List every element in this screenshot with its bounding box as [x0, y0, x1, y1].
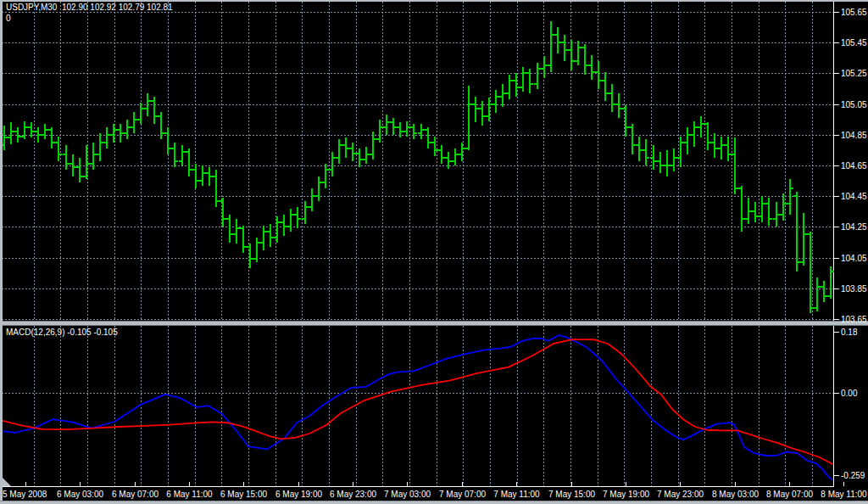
time-axis-label: 7 May 23:00 — [657, 490, 704, 500]
price-axis-label: 103.65 — [841, 315, 867, 325]
price-axis-label: 105.65 — [841, 8, 867, 18]
price-axis-label: 104.65 — [841, 161, 867, 171]
time-axis-label: 8 May 11:00 — [821, 490, 866, 500]
price-axis-label: 104.05 — [841, 254, 867, 264]
macd-axis[interactable] — [834, 326, 868, 486]
time-axis-label: 6 May 23:00 — [330, 490, 376, 500]
macd-line — [0, 335, 832, 479]
price-axis-label: 105.05 — [841, 100, 867, 110]
window-border-left — [0, 0, 3, 504]
time-axis-label: 8 May 07:00 — [766, 490, 813, 500]
price-axis-label: 104.85 — [841, 131, 867, 141]
time-axis-corner-wedge — [3, 478, 11, 486]
macd-axis-label: -0.259 — [841, 471, 865, 481]
time-axis-label: 6 May 19:00 — [275, 490, 322, 500]
price-bars — [1, 21, 834, 313]
macd-indicator-label: MACD(12,26,9) -0.105 -0.105 — [6, 328, 118, 338]
time-axis-label: 7 May 03:00 — [384, 490, 431, 500]
panel-divider[interactable] — [0, 321, 868, 326]
time-axis-label: 6 May 15:00 — [220, 490, 267, 500]
macd-axis-label: 0.00 — [841, 389, 857, 399]
time-axis-label: 7 May 07:00 — [439, 490, 486, 500]
chart-window: USDJPY,M30 102.90 102.92 102.79 102.81 0… — [0, 0, 868, 504]
chart-title: USDJPY,M30 102.90 102.92 102.79 102.81 — [6, 3, 173, 13]
time-axis-label: 6 May 07:00 — [112, 490, 159, 500]
chart-comment: 0 — [6, 14, 11, 24]
window-border-bottom — [0, 501, 868, 504]
price-axis-label: 104.45 — [841, 192, 867, 202]
signal-line — [0, 339, 832, 464]
time-axis-label: 8 May 03:00 — [712, 490, 759, 500]
time-axis-label: 5 May 2008 — [3, 490, 47, 500]
price-axis-label: 105.45 — [841, 38, 867, 48]
time-axis-label: 7 May 19:00 — [603, 490, 649, 500]
window-border-top — [0, 0, 868, 2]
price-axis-label: 103.85 — [841, 284, 867, 294]
price-axis-label: 104.25 — [841, 222, 867, 232]
time-axis-label: 6 May 11:00 — [166, 490, 212, 500]
price-axis-label: 105.25 — [841, 69, 867, 79]
chart-canvas[interactable] — [0, 0, 868, 504]
time-axis-label: 7 May 15:00 — [548, 490, 595, 500]
macd-axis-label: 0.18 — [841, 328, 857, 338]
time-axis-label: 7 May 11:00 — [493, 490, 539, 500]
time-axis-label: 6 May 03:00 — [57, 490, 103, 500]
